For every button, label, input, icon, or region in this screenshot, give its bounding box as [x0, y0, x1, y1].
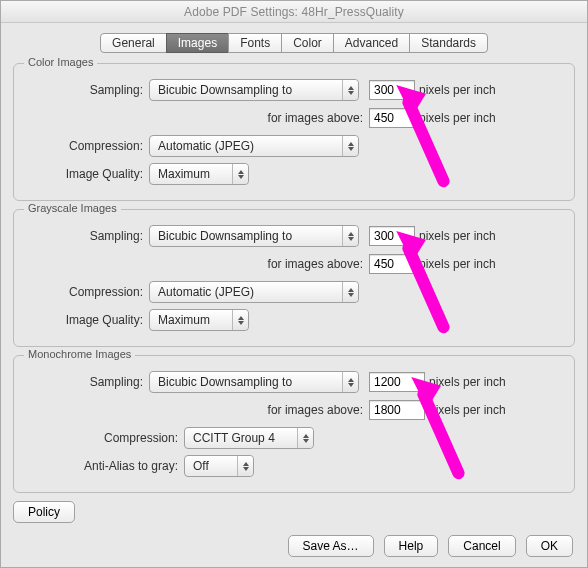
gray-ppi-input[interactable] [369, 226, 415, 246]
window-title: Adobe PDF Settings: 48Hr_PressQuality [1, 1, 587, 23]
tab-color[interactable]: Color [281, 33, 334, 53]
help-button[interactable]: Help [384, 535, 439, 557]
color-sampling-label: Sampling: [24, 83, 149, 97]
color-above-label: for images above: [267, 111, 369, 125]
mono-above-label: for images above: [267, 403, 369, 417]
group-title-mono: Monochrome Images [24, 348, 135, 360]
tab-general[interactable]: General [100, 33, 167, 53]
mono-above-suffix: pixels per inch [425, 403, 510, 417]
tab-advanced[interactable]: Advanced [333, 33, 410, 53]
gray-compression-value: Automatic (JPEG) [158, 285, 254, 299]
stepper-icon [232, 310, 248, 330]
gray-sampling-select[interactable]: Bicubic Downsampling to [149, 225, 359, 247]
group-title-color: Color Images [24, 56, 97, 68]
tab-images[interactable]: Images [166, 33, 229, 53]
gray-above-label: for images above: [267, 257, 369, 271]
gray-compression-select[interactable]: Automatic (JPEG) [149, 281, 359, 303]
color-sampling-select[interactable]: Bicubic Downsampling to [149, 79, 359, 101]
color-quality-select[interactable]: Maximum [149, 163, 249, 185]
color-compression-label: Compression: [24, 139, 149, 153]
dialog-footer: Save As… Help Cancel OK [288, 535, 573, 557]
mono-compression-value: CCITT Group 4 [193, 431, 275, 445]
mono-aa-value: Off [193, 459, 209, 473]
mono-above-input[interactable] [369, 400, 425, 420]
color-compression-value: Automatic (JPEG) [158, 139, 254, 153]
mono-compression-label: Compression: [24, 431, 184, 445]
gray-above-input[interactable] [369, 254, 415, 274]
tab-fonts[interactable]: Fonts [228, 33, 282, 53]
ok-button[interactable]: OK [526, 535, 573, 557]
mono-ppi-input[interactable] [369, 372, 425, 392]
gray-above-suffix: pixels per inch [415, 257, 500, 271]
color-ppi-input[interactable] [369, 80, 415, 100]
cancel-button[interactable]: Cancel [448, 535, 515, 557]
group-color-images: Color Images Sampling: Bicubic Downsampl… [13, 63, 575, 201]
stepper-icon [342, 80, 358, 100]
gray-sampling-label: Sampling: [24, 229, 149, 243]
mono-aa-select[interactable]: Off [184, 455, 254, 477]
pdf-settings-window: Adobe PDF Settings: 48Hr_PressQuality Ge… [0, 0, 588, 568]
color-compression-select[interactable]: Automatic (JPEG) [149, 135, 359, 157]
gray-quality-select[interactable]: Maximum [149, 309, 249, 331]
mono-compression-select[interactable]: CCITT Group 4 [184, 427, 314, 449]
color-quality-value: Maximum [158, 167, 210, 181]
gray-ppi-suffix: pixels per inch [415, 229, 500, 243]
gray-sampling-value: Bicubic Downsampling to [158, 229, 292, 243]
tab-standards[interactable]: Standards [409, 33, 488, 53]
color-above-suffix: pixels per inch [415, 111, 500, 125]
group-title-gray: Grayscale Images [24, 202, 121, 214]
color-above-input[interactable] [369, 108, 415, 128]
stepper-icon [342, 282, 358, 302]
save-as-button[interactable]: Save As… [288, 535, 374, 557]
gray-quality-label: Image Quality: [24, 313, 149, 327]
group-grayscale-images: Grayscale Images Sampling: Bicubic Downs… [13, 209, 575, 347]
mono-sampling-value: Bicubic Downsampling to [158, 375, 292, 389]
mono-sampling-label: Sampling: [24, 375, 149, 389]
color-quality-label: Image Quality: [24, 167, 149, 181]
mono-aa-label: Anti-Alias to gray: [24, 459, 184, 473]
policy-button[interactable]: Policy [13, 501, 75, 523]
mono-ppi-suffix: pixels per inch [425, 375, 510, 389]
stepper-icon [342, 372, 358, 392]
stepper-icon [232, 164, 248, 184]
gray-quality-value: Maximum [158, 313, 210, 327]
stepper-icon [237, 456, 253, 476]
stepper-icon [297, 428, 313, 448]
tab-bar: General Images Fonts Color Advanced Stan… [1, 33, 587, 53]
color-sampling-value: Bicubic Downsampling to [158, 83, 292, 97]
stepper-icon [342, 226, 358, 246]
gray-compression-label: Compression: [24, 285, 149, 299]
images-panel: Color Images Sampling: Bicubic Downsampl… [13, 63, 575, 523]
group-monochrome-images: Monochrome Images Sampling: Bicubic Down… [13, 355, 575, 493]
color-ppi-suffix: pixels per inch [415, 83, 500, 97]
mono-sampling-select[interactable]: Bicubic Downsampling to [149, 371, 359, 393]
stepper-icon [342, 136, 358, 156]
